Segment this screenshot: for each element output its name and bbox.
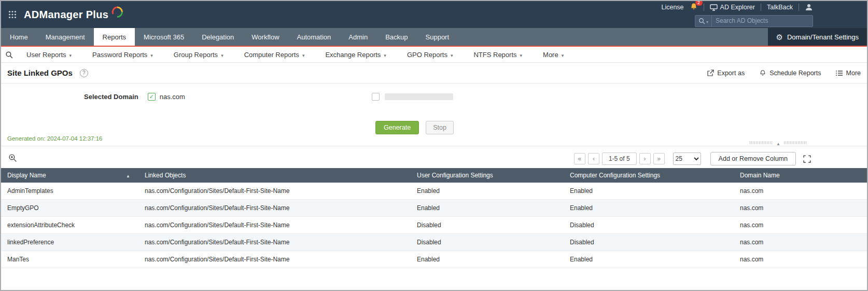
cell-display-name: linkedPreference — [1, 234, 138, 251]
nav-tab-backup[interactable]: Backup — [376, 28, 416, 46]
nav-spacer — [458, 28, 767, 46]
page-size-select[interactable]: 25 — [673, 153, 701, 165]
report-action-buttons: Generate Stop — [1, 121, 867, 134]
domain-checkbox-nas[interactable] — [148, 93, 156, 101]
pagination-next-button[interactable]: › — [639, 153, 651, 164]
scroll-ticks-right — [784, 141, 807, 144]
add-remove-column-button[interactable]: Add or Remove Column — [710, 152, 796, 165]
table-header: Display Name Linked Objects User Configu… — [1, 168, 867, 183]
pagination-last-button[interactable]: » — [653, 153, 665, 164]
cell-user-config: Enabled — [411, 183, 564, 200]
help-icon[interactable] — [80, 69, 88, 77]
cell-display-name: extensionAttributeCheck — [1, 217, 138, 234]
app-logo-text: ADManager Plus — [24, 9, 108, 20]
export-icon — [707, 70, 714, 77]
nav-tab-admin[interactable]: Admin — [340, 28, 376, 46]
notification-bell-icon[interactable]: 2 — [690, 3, 698, 12]
generate-button[interactable]: Generate — [375, 121, 419, 134]
nav-tab-home[interactable]: Home — [1, 28, 37, 46]
talkback-link[interactable]: TalkBack — [767, 4, 793, 11]
cell-user-config: Enabled — [411, 200, 564, 217]
chevron-down-icon — [221, 51, 223, 59]
section-divider — [1, 146, 867, 146]
search-scope-selector[interactable] — [695, 16, 712, 26]
domain-tenant-settings-label: Domain/Tenant Settings — [787, 33, 859, 41]
nav-tab-microsoft-365[interactable]: Microsoft 365 — [135, 28, 193, 46]
subnav-item-computer-reports[interactable]: Computer Reports — [234, 51, 315, 59]
expand-fullscreen-icon[interactable] — [803, 155, 811, 163]
subnav-item-user-reports[interactable]: User Reports — [16, 51, 82, 59]
app-logo: ADManager Plus — [24, 9, 124, 21]
chevron-down-icon — [451, 51, 453, 59]
schedule-bell-icon — [759, 70, 766, 77]
nav-tab-support[interactable]: Support — [417, 28, 458, 46]
subnav-item-gpo-reports[interactable]: GPO Reports — [397, 51, 464, 59]
cell-domain-name: nas.com — [734, 217, 867, 234]
cell-linked-objects: nas.com/Configuration/Sites/Default-Firs… — [138, 217, 411, 234]
nav-tab-management[interactable]: Management — [37, 28, 94, 46]
cell-user-config: Enabled — [411, 251, 564, 268]
domain-checkbox-2[interactable] — [372, 93, 380, 101]
column-header-user-config[interactable]: User Configuration Settings — [411, 168, 564, 183]
search-input[interactable] — [712, 17, 813, 24]
pagination-first-button[interactable]: « — [574, 153, 585, 164]
header-separator — [761, 4, 761, 11]
column-header-linked-objects[interactable]: Linked Objects — [138, 168, 411, 183]
page-info: 1-5 of 5 — [602, 153, 637, 165]
page-actions: Export as Schedule Reports More — [707, 70, 861, 77]
column-header-display-name[interactable]: Display Name — [1, 168, 138, 183]
license-link[interactable]: License — [661, 4, 683, 11]
subnav-item-group-reports[interactable]: Group Reports — [163, 51, 234, 59]
table-row: linkedPreference nas.com/Configuration/S… — [1, 234, 867, 251]
subnav-search-icon[interactable] — [2, 51, 16, 59]
cell-domain-name: nas.com — [734, 234, 867, 251]
nav-tab-workflow[interactable]: Workflow — [243, 28, 288, 46]
nav-tab-delegation[interactable]: Delegation — [193, 28, 243, 46]
cell-domain-name: nas.com — [734, 183, 867, 200]
main-nav: Home Management Reports Microsoft 365 De… — [1, 28, 867, 46]
cell-linked-objects: nas.com/Configuration/Sites/Default-Firs… — [138, 183, 411, 200]
pagination-prev-button[interactable]: ‹ — [588, 153, 599, 164]
cell-linked-objects: nas.com/Configuration/Sites/Default-Firs… — [138, 200, 411, 217]
column-header-domain-name[interactable]: Domain Name — [734, 168, 867, 183]
cell-computer-config: Enabled — [564, 251, 734, 268]
nav-tab-automation[interactable]: Automation — [288, 28, 340, 46]
ad-explorer-link[interactable]: AD Explorer — [710, 4, 755, 11]
export-as-button[interactable]: Export as — [707, 70, 745, 77]
cell-user-config: Disabled — [411, 234, 564, 251]
more-actions-label: More — [846, 70, 861, 77]
reports-subnav: User Reports Password Reports Group Repo… — [1, 46, 867, 63]
selected-domain-label: Selected Domain — [84, 93, 138, 101]
more-actions-button[interactable]: More — [836, 70, 861, 77]
report-table: Display Name Linked Objects User Configu… — [1, 168, 867, 268]
pagination-controls: « ‹ 1-5 of 5 › » 25 Add or Remove Column — [571, 152, 861, 165]
table-toolbar: « ‹ 1-5 of 5 › » 25 Add or Remove Column — [1, 150, 867, 167]
table-search-icon[interactable] — [8, 154, 17, 164]
logo-swoosh-icon — [110, 5, 124, 19]
schedule-reports-button[interactable]: Schedule Reports — [759, 70, 821, 77]
subnav-item-more[interactable]: More — [533, 51, 574, 59]
cell-domain-name: nas.com — [734, 200, 867, 217]
table-row: ManTes nas.com/Configuration/Sites/Defau… — [1, 251, 867, 268]
header-links-row: License 2 AD Explorer — [661, 3, 813, 12]
stop-button[interactable]: Stop — [426, 121, 454, 134]
nav-tab-reports[interactable]: Reports — [94, 28, 135, 46]
cell-computer-config: Enabled — [564, 200, 734, 217]
subnav-item-ntfs-reports[interactable]: NTFS Reports — [463, 51, 533, 59]
cell-display-name: EmptyGPO — [1, 200, 138, 217]
subnav-item-exchange-reports[interactable]: Exchange Reports — [315, 51, 396, 59]
cell-linked-objects: nas.com/Configuration/Sites/Default-Firs… — [138, 234, 411, 251]
table-scroll-indicator[interactable] — [750, 138, 807, 147]
scroll-up-icon — [776, 138, 780, 147]
column-header-computer-config[interactable]: Computer Configuration Settings — [564, 168, 734, 183]
chevron-down-icon — [520, 51, 523, 59]
user-account-icon[interactable] — [805, 3, 813, 11]
table-row: AdminTemplates nas.com/Configuration/Sit… — [1, 183, 867, 200]
cell-display-name: AdminTemplates — [1, 183, 138, 200]
cell-user-config: Disabled — [411, 217, 564, 234]
list-more-icon — [836, 70, 843, 76]
apps-grid-icon[interactable] — [8, 10, 17, 19]
ad-objects-search-box — [695, 15, 813, 27]
subnav-item-password-reports[interactable]: Password Reports — [82, 51, 163, 59]
domain-tenant-settings-button[interactable]: ⚙ Domain/Tenant Settings — [768, 28, 867, 46]
